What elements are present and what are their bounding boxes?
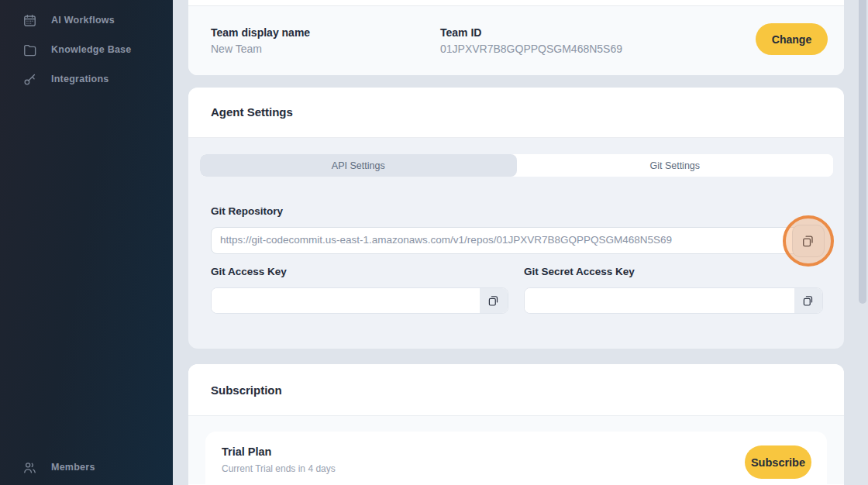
tab-git-settings[interactable]: Git Settings [517, 154, 834, 177]
subscription-title: Subscription [211, 384, 282, 397]
sidebar-item-members[interactable]: Members [0, 452, 173, 482]
main-content: Team display name New Team Team ID 01JPX… [173, 0, 868, 485]
git-repository-value: https://git-codecommit.us-east-1.amazona… [212, 228, 821, 253]
team-id-value: 01JPXVR7B8GQPPQSGM468N5S69 [440, 41, 622, 57]
git-repository-label: Git Repository [211, 205, 283, 217]
plan-status: Current Trial ends in 4 days [222, 463, 336, 474]
agent-settings-title: Agent Settings [211, 105, 293, 119]
agent-settings-tabbar: API Settings Git Settings [200, 154, 833, 177]
team-card-body: Team display name New Team Team ID 01JPX… [188, 6, 844, 75]
sidebar-item-label: Integrations [51, 74, 109, 84]
subscribe-button[interactable]: Subscribe [745, 445, 811, 479]
sidebar-item-integrations[interactable]: Integrations [0, 64, 173, 94]
subscription-header: Subscription [188, 364, 844, 416]
agent-settings-header: Agent Settings [188, 88, 844, 138]
git-access-key-group [211, 287, 508, 314]
git-access-key-input[interactable] [212, 288, 480, 313]
trial-plan-card: Trial Plan Current Trial ends in 4 days … [205, 432, 827, 485]
sidebar-item-knowledge-base[interactable]: Knowledge Base [0, 35, 173, 64]
git-secret-access-key-group [524, 287, 823, 314]
git-secret-access-key-copy-button[interactable] [794, 288, 822, 313]
copy-icon [801, 294, 815, 308]
subscription-card: Subscription Trial Plan Current Trial en… [188, 364, 844, 485]
sidebar-item-label: Knowledge Base [51, 44, 132, 55]
sidebar-item-ai-workflows[interactable]: AI Workflows [0, 5, 173, 35]
change-button[interactable]: Change [756, 23, 828, 55]
team-id-label: Team ID [440, 25, 622, 40]
git-secret-access-key-label: Git Secret Access Key [524, 266, 635, 277]
calendar-icon [22, 13, 37, 28]
folder-icon [22, 43, 37, 57]
team-display-name-field: Team display name New Team [211, 25, 310, 57]
git-repository-input[interactable]: https://git-codecommit.us-east-1.amazona… [211, 227, 822, 254]
git-access-key-copy-button[interactable] [480, 288, 508, 313]
git-secret-access-key-input[interactable] [525, 288, 794, 313]
git-access-key-label: Git Access Key [211, 266, 287, 277]
team-card-header-strip [188, 0, 844, 5]
sidebar: AI Workflows Knowledge Base Integrations [0, 0, 173, 485]
team-display-name-label: Team display name [211, 25, 310, 40]
agent-settings-card: Agent Settings API Settings Git Settings… [188, 88, 844, 349]
vertical-scrollbar-thumb[interactable] [859, 0, 866, 304]
team-id-field: Team ID 01JPXVR7B8GQPPQSGM468N5S69 [440, 25, 622, 57]
copy-icon [801, 233, 816, 249]
team-card: Team display name New Team Team ID 01JPX… [188, 0, 844, 75]
team-display-name-value: New Team [211, 41, 310, 57]
copy-icon [487, 294, 501, 308]
sidebar-nav-top: AI Workflows Knowledge Base Integrations [0, 0, 173, 94]
tab-api-settings[interactable]: API Settings [200, 154, 517, 177]
sidebar-item-label: Members [51, 462, 95, 473]
users-icon [22, 460, 37, 475]
subscription-body: Trial Plan Current Trial ends in 4 days … [188, 416, 844, 484]
plan-name: Trial Plan [222, 445, 271, 458]
git-repository-copy-button[interactable] [792, 225, 825, 257]
sidebar-item-label: AI Workflows [51, 15, 115, 26]
sidebar-nav-bottom: Members [0, 452, 173, 485]
key-icon [22, 72, 37, 87]
